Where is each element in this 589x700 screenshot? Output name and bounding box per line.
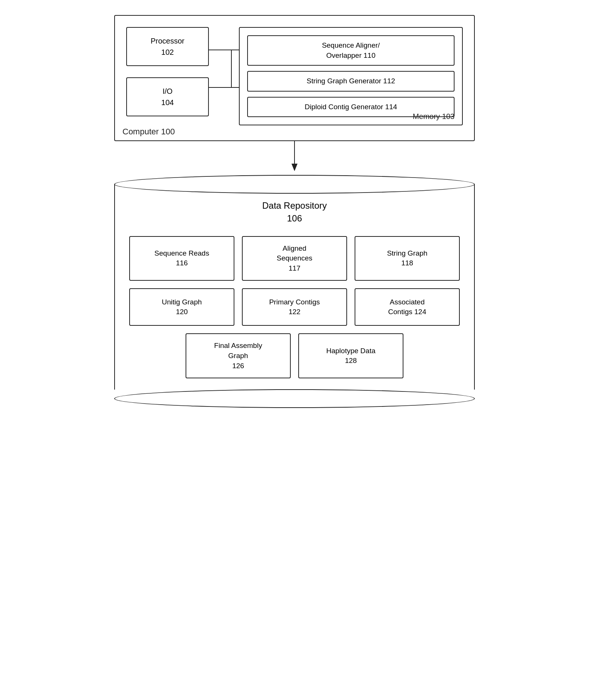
io-number: 104 [134, 97, 201, 108]
repo-ellipse-bottom [114, 389, 475, 408]
repo-title: Data Repository 106 [126, 199, 463, 224]
memory-item-1-title: String Graph Generator [307, 77, 381, 85]
processor-title: Processor [134, 35, 201, 47]
repo-row-1: Unitig Graph 120 Primary Contigs 122 Ass… [126, 288, 463, 326]
aligned-seq-title: AlignedSequences [249, 244, 340, 263]
computer-box: Processor 102 I/O 104 [114, 15, 475, 141]
repo-item-string-graph: String Graph 118 [355, 236, 460, 281]
processor-box: Processor 102 [126, 27, 209, 66]
unitig-number: 120 [136, 307, 228, 317]
primary-contigs-number: 122 [249, 307, 340, 317]
memory-item-1: String Graph Generator 112 [247, 71, 455, 92]
memory-box: Sequence Aligner/Overlapper 110 String G… [239, 27, 463, 125]
diagram-container: Processor 102 I/O 104 [69, 15, 520, 408]
io-box: I/O 104 [126, 77, 209, 116]
memory-item-2-title: Diploid Contig Generator [305, 103, 383, 111]
final-assembly-title: Final AssemblyGraph [192, 341, 284, 361]
primary-contigs-title: Primary Contigs [249, 297, 340, 307]
vertical-connector [114, 141, 475, 171]
data-repository: Data Repository 106 Sequence Reads 116 A… [114, 175, 475, 408]
haplotype-title: Haplotype Data [305, 346, 397, 356]
memory-label: Memory 103 [413, 112, 455, 121]
repo-grid: Sequence Reads 116 AlignedSequences 117 … [126, 236, 463, 379]
repo-item-associated-contigs: AssociatedContigs 124 [355, 288, 460, 326]
svg-marker-4 [291, 164, 298, 171]
left-column: Processor 102 I/O 104 [126, 27, 209, 116]
unitig-title: Unitig Graph [136, 297, 228, 307]
memory-item-1-number: 112 [383, 77, 395, 85]
memory-items: Sequence Aligner/Overlapper 110 String G… [247, 35, 455, 117]
vert-connector-svg [276, 141, 313, 171]
haplotype-number: 128 [305, 356, 397, 366]
memory-item-0-number: 110 [364, 51, 376, 59]
repo-item-aligned-sequences: AlignedSequences 117 [242, 236, 347, 281]
repo-item-primary-contigs: Primary Contigs 122 [242, 288, 347, 326]
repo-number: 106 [287, 213, 302, 223]
string-graph-title: String Graph [361, 248, 453, 259]
repo-body: Data Repository 106 Sequence Reads 116 A… [114, 184, 475, 390]
processor-number: 102 [134, 47, 201, 58]
repo-row-2: Final AssemblyGraph 126 Haplotype Data 1… [126, 333, 463, 378]
repo-title-text: Data Repository [262, 200, 327, 211]
repo-item-unitig-graph: Unitig Graph 120 [129, 288, 234, 326]
string-graph-number: 118 [361, 258, 453, 268]
memory-item-2-number: 114 [385, 103, 397, 111]
memory-item-0: Sequence Aligner/Overlapper 110 [247, 35, 455, 66]
seq-reads-number: 116 [136, 258, 228, 268]
h-connector-svg [209, 33, 239, 108]
repo-item-final-assembly-graph: Final AssemblyGraph 126 [186, 333, 291, 378]
io-title: I/O [134, 86, 201, 97]
repo-item-sequence-reads: Sequence Reads 116 [129, 236, 234, 281]
repo-item-haplotype-data: Haplotype Data 128 [298, 333, 403, 378]
aligned-seq-number: 117 [249, 263, 340, 274]
assoc-contigs-title: AssociatedContigs 124 [361, 297, 453, 317]
seq-reads-title: Sequence Reads [136, 248, 228, 259]
computer-label: Computer 100 [122, 127, 175, 137]
repo-row-0: Sequence Reads 116 AlignedSequences 117 … [126, 236, 463, 281]
final-assembly-number: 126 [192, 361, 284, 371]
